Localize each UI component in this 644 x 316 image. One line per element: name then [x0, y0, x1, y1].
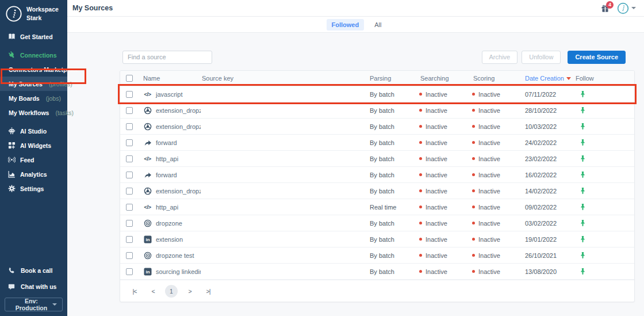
tab-all[interactable]: All [371, 19, 385, 31]
date-creation-cell: 03/02/2022 [524, 220, 571, 227]
sidebar-item-settings[interactable]: Settings [0, 181, 67, 196]
table-row[interactable]: insourcing linkedinBy batchInactiveInact… [120, 264, 634, 280]
source-name: http_api [156, 204, 178, 211]
sidebar-item-analytics[interactable]: Analytics [0, 167, 67, 181]
account-menu-button[interactable] [617, 2, 636, 14]
row-checkbox[interactable] [126, 139, 133, 146]
date-creation-cell: 24/02/2022 [524, 139, 571, 146]
follow-pin-button[interactable] [571, 139, 634, 146]
sidebar-item-ai-studio[interactable]: AI Studio [0, 124, 67, 138]
source-name-cell: </>javascript [139, 91, 201, 98]
searching-status: Inactive [419, 236, 472, 243]
tab-followed[interactable]: Followed [327, 19, 365, 31]
sidebar-item-ai-widgets[interactable]: AI Widgets [0, 138, 67, 153]
status-dot-icon [419, 238, 422, 241]
sidebar-item-feed[interactable]: Feed [0, 153, 67, 167]
table-row[interactable]: </>http_apiBy batchInactiveInactive23/02… [120, 151, 634, 167]
gift-notifications-button[interactable]: 4 [601, 4, 610, 13]
sidebar-item-label: My Sources [9, 81, 43, 87]
follow-pin-button[interactable] [571, 219, 634, 227]
search-input[interactable] [122, 51, 212, 64]
robot-icon [7, 127, 16, 135]
table-row[interactable]: extension_dropzoneBy batchInactiveInacti… [120, 102, 634, 119]
row-checkbox[interactable] [126, 155, 133, 162]
parsing-cell: By batch [369, 172, 419, 178]
table-row[interactable]: dropzone testBy batchInactiveInactive26/… [120, 248, 634, 264]
table-row[interactable]: </>javascriptBy batchInactiveInactive07/… [120, 86, 634, 102]
sidebar: Workspace Stark Get StartedConnectionsCo… [0, 0, 67, 316]
status-label: Inactive [425, 252, 447, 259]
unfollow-button[interactable]: Unfollow [522, 51, 561, 64]
follow-pin-button[interactable] [571, 268, 634, 275]
source-name-cell: </>http_api [139, 155, 201, 162]
status-dot-icon [419, 205, 422, 208]
sidebar-item-my-workflows[interactable]: My Workflows(tasks) [0, 105, 67, 120]
pagination-next[interactable]: > [183, 285, 196, 298]
source-name: extension_dropzone [156, 123, 201, 130]
follow-pin-button[interactable] [571, 235, 634, 243]
sidebar-item-get-started[interactable]: Get Started [0, 29, 67, 44]
date-creation-cell: 26/10/2021 [524, 252, 571, 259]
env-selector[interactable]: Env: Production [5, 298, 63, 311]
follow-pin-button[interactable] [571, 106, 634, 114]
scoring-status: Inactive [472, 139, 524, 146]
table-row[interactable]: inextensionBy batchInactiveInactive19/01… [120, 231, 634, 248]
status-label: Inactive [478, 172, 500, 178]
row-checkbox[interactable] [126, 252, 133, 259]
table-row[interactable]: dropzoneBy batchInactiveInactive03/02/20… [120, 215, 634, 231]
pagination-last[interactable]: >| [202, 285, 214, 298]
sidebar-item-connectors-marketplace[interactable]: Connectors Marketplace [0, 62, 67, 77]
pagination-page-1[interactable]: 1 [165, 285, 178, 298]
row-checkbox[interactable] [126, 204, 133, 211]
archive-button[interactable]: Archive [482, 51, 518, 64]
scoring-status: Inactive [472, 172, 524, 178]
row-checkbox[interactable] [126, 220, 133, 227]
row-checkbox[interactable] [126, 123, 133, 130]
searching-status: Inactive [419, 220, 472, 227]
widget-icon [7, 142, 16, 149]
searching-status: Inactive [419, 172, 472, 178]
book-icon [7, 33, 16, 40]
follow-pin-button[interactable] [571, 171, 634, 178]
status-label: Inactive [478, 268, 500, 275]
follow-pin-button[interactable] [571, 123, 634, 130]
chrome-icon [143, 106, 152, 115]
follow-pin-button[interactable] [571, 252, 634, 259]
pagination-first[interactable]: |< [128, 285, 141, 298]
sidebar-footer-book-a-call[interactable]: Book a call [5, 262, 63, 279]
status-dot-icon [472, 222, 475, 224]
row-checkbox[interactable] [126, 236, 133, 243]
sidebar-item-connections[interactable]: Connections [0, 48, 67, 62]
row-checkbox[interactable] [126, 268, 133, 275]
searching-status: Inactive [419, 155, 472, 162]
status-dot-icon [472, 109, 475, 112]
table-row[interactable]: </>http_apiReal timeInactiveInactive09/0… [120, 199, 634, 215]
column-header-date-creation[interactable]: Date Creation [524, 75, 571, 82]
scoring-status: Inactive [472, 123, 524, 130]
status-dot-icon [419, 222, 422, 224]
sidebar-footer-label: Chat with us [21, 283, 56, 290]
table-row[interactable]: extension_dropzoneBy batchInactiveInacti… [120, 119, 634, 135]
row-checkbox[interactable] [126, 172, 133, 178]
table-row[interactable]: extension_dropzoneBy batchInactiveInacti… [120, 183, 634, 199]
sidebar-item-my-sources[interactable]: My Sources(profiles) [0, 77, 67, 91]
sidebar-item-my-boards[interactable]: My Boards(jobs) [0, 91, 67, 105]
follow-pin-button[interactable] [571, 90, 634, 98]
row-checkbox[interactable] [126, 91, 133, 98]
follow-pin-button[interactable] [571, 203, 634, 211]
follow-pin-button[interactable] [571, 155, 634, 162]
follow-pin-button[interactable] [571, 187, 634, 195]
table-row[interactable]: forwardBy batchInactiveInactive24/02/202… [120, 135, 634, 151]
pagination-prev[interactable]: < [147, 285, 159, 298]
table-row[interactable]: forwardBy batchInactiveInactive16/02/202… [120, 167, 634, 183]
row-checkbox[interactable] [126, 188, 133, 195]
select-all-checkbox[interactable] [126, 75, 133, 82]
create-source-button[interactable]: Create Source [568, 51, 626, 64]
status-dot-icon [472, 141, 475, 144]
row-checkbox[interactable] [126, 107, 133, 114]
source-name: forward [156, 139, 177, 146]
target-icon [143, 252, 152, 260]
sidebar-footer-chat-with-us[interactable]: Chat with us [5, 279, 63, 295]
column-header-scoring: Scoring [472, 75, 524, 82]
sort-desc-icon [566, 77, 571, 80]
